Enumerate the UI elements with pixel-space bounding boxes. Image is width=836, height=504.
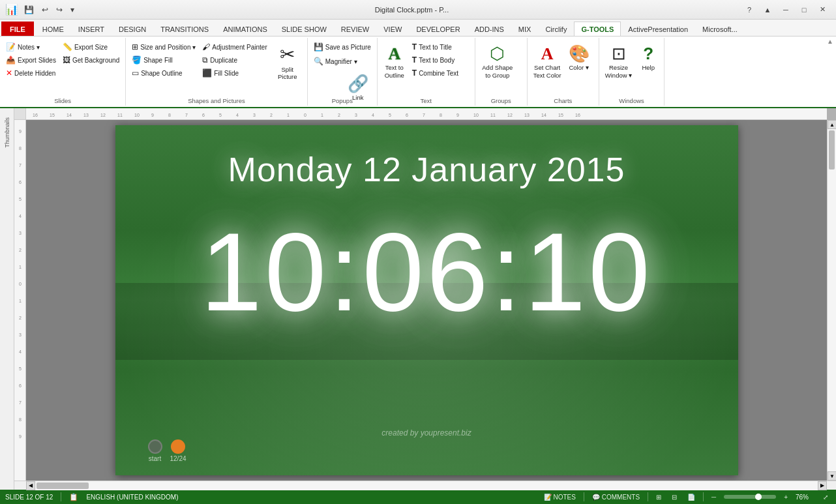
undo-btn[interactable]: ↩: [38, 3, 52, 16]
tab-circlify[interactable]: Circlify: [538, 22, 574, 36]
scroll-track[interactable]: [828, 129, 836, 471]
slide-num-control: 12/24: [170, 439, 187, 462]
tab-addins[interactable]: ADD-INS: [468, 22, 511, 36]
svg-text:13: 13: [83, 113, 89, 117]
zoom-out-button[interactable]: ─: [709, 494, 719, 501]
language-info: ENGLISH (UNITED KINGDOM): [86, 494, 178, 501]
size-position-button[interactable]: ⊞ Size and Position ▾: [128, 40, 199, 53]
set-chart-color-button[interactable]: A Set ChartText Color: [530, 40, 565, 81]
split-picture-button[interactable]: ✂ SplitPicture: [271, 40, 305, 82]
slide-credit-text: created by youpresent.biz: [115, 428, 738, 437]
svg-rect-0: [26, 108, 827, 120]
save-picture-label: Save as Picture: [325, 44, 371, 51]
tab-microsoft[interactable]: Microsoft...: [695, 22, 745, 36]
ruler-corner: [14, 108, 26, 120]
tab-developer[interactable]: DEVELOPER: [409, 22, 467, 36]
shape-fill-icon: 🪣: [132, 55, 142, 65]
tab-insert[interactable]: INSERT: [71, 22, 112, 36]
tab-design[interactable]: DESIGN: [112, 22, 153, 36]
slide-outer: 16 15 14 13 12 11 10 9 8 7 6 5 4 3 2 1 0: [14, 108, 836, 490]
scroll-left-button[interactable]: ◀: [26, 481, 35, 490]
slide-time-text: 10:06:10: [115, 216, 738, 327]
scroll-down-button[interactable]: ▼: [828, 471, 836, 481]
fit-slide-button[interactable]: ⤢: [820, 494, 831, 501]
text-to-outline-button[interactable]: A Text toOutline: [380, 40, 409, 81]
tab-gtools[interactable]: G-TOOLS: [574, 22, 621, 36]
left-ruler: 9 8 7 6 5 4 3 2 1 0 1 2 3 4 5 6 7: [14, 120, 26, 481]
zoom-in-button[interactable]: +: [781, 494, 790, 501]
slide-num-button[interactable]: [171, 439, 185, 454]
adj-painter-button[interactable]: 🖌 Adjustment Painter: [199, 40, 271, 53]
svg-text:9: 9: [456, 113, 459, 117]
shape-outline-button[interactable]: ▭ Shape Outline: [128, 67, 199, 80]
tab-review[interactable]: REVIEW: [334, 22, 376, 36]
reading-view-button[interactable]: 📄: [685, 494, 698, 501]
notes-button[interactable]: 📝 Notes ▾: [3, 40, 59, 53]
link-icon: 🔗: [348, 74, 368, 94]
fill-slide-icon: ⬛: [202, 68, 212, 78]
slide[interactable]: Monday 12 January 2015 10:06:10 created …: [115, 125, 738, 475]
delete-hidden-label: Delete Hidden: [14, 70, 55, 77]
get-background-button[interactable]: 🖼 Get Background: [59, 53, 123, 67]
start-button[interactable]: [148, 439, 162, 454]
export-slides-button[interactable]: 📤 Export Slides: [3, 53, 59, 67]
scroll-right-button[interactable]: ▶: [818, 481, 827, 490]
scroll-thumb[interactable]: [829, 130, 835, 170]
color-icon: 🎨: [569, 44, 590, 64]
combine-text-button[interactable]: T Combine Text: [409, 67, 462, 80]
tab-mix[interactable]: MIX: [511, 22, 539, 36]
shape-fill-label: Shape Fill: [143, 57, 172, 64]
ribbon-group-slides: 📝 Notes ▾ 📤 Export Slides ✕ Delete Hidde…: [0, 38, 126, 106]
status-sep-1: [61, 492, 61, 501]
delete-hidden-button[interactable]: ✕ Delete Hidden: [3, 67, 59, 80]
slide-sorter-button[interactable]: ⊟: [669, 494, 679, 501]
help-button[interactable]: ? Help: [635, 40, 661, 74]
h-scroll-thumb[interactable]: [37, 482, 89, 489]
duplicate-icon: ⧉: [202, 55, 208, 65]
collapse-ribbon-button[interactable]: ▲: [827, 38, 833, 45]
qat-more-btn[interactable]: ▾: [67, 3, 78, 16]
svg-text:14: 14: [541, 113, 546, 117]
save-as-picture-button[interactable]: 💾 Save as Picture: [310, 40, 374, 53]
comments-status-button[interactable]: 💬 COMMENTS: [590, 494, 642, 501]
resize-window-button[interactable]: ⊡ ResizeWindow ▾: [602, 40, 635, 81]
notes-status-button[interactable]: 📝 NOTES: [541, 494, 578, 501]
windows-group-label: Windows: [599, 97, 664, 104]
tab-activepresentation[interactable]: ActivePresentation: [621, 22, 695, 36]
tab-view[interactable]: VIEW: [376, 22, 409, 36]
normal-view-button[interactable]: ⊞: [653, 494, 664, 501]
svg-text:13: 13: [524, 113, 530, 117]
status-sep-4: [703, 492, 704, 501]
magnifier-button[interactable]: 🔍 Magnifier ▾: [310, 55, 361, 68]
text-body-label: Text to Body: [419, 57, 455, 64]
shape-fill-button[interactable]: 🪣 Shape Fill: [128, 53, 199, 67]
tab-file[interactable]: FILE: [1, 22, 34, 36]
tab-home[interactable]: HOME: [35, 22, 71, 36]
top-ruler: 16 15 14 13 12 11 10 9 8 7 6 5 4 3 2 1 0: [26, 108, 827, 120]
fill-slide-button[interactable]: ⬛ Fill Slide: [199, 67, 271, 80]
tab-animations[interactable]: ANIMATIONS: [216, 22, 275, 36]
add-shape-group-button[interactable]: ⬡ Add Shapeto Group: [478, 40, 517, 81]
color-button[interactable]: 🎨 Color ▾: [565, 40, 593, 74]
scroll-up-button[interactable]: ▲: [828, 120, 836, 129]
text-title-icon: T: [412, 42, 417, 52]
save-btn[interactable]: 💾: [21, 3, 37, 16]
zoom-slider[interactable]: [724, 495, 776, 499]
close-icon[interactable]: ✕: [814, 3, 831, 16]
tab-transitions[interactable]: TRANSITIONS: [153, 22, 216, 36]
redo-btn[interactable]: ↪: [53, 3, 66, 16]
minimize-icon[interactable]: ─: [777, 3, 794, 16]
ribbon-toggle-icon[interactable]: ▲: [759, 3, 776, 16]
text-to-body-button[interactable]: T Text to Body: [409, 53, 462, 67]
maximize-icon[interactable]: □: [796, 3, 813, 16]
tab-slideshow[interactable]: SLIDE SHOW: [275, 22, 334, 36]
duplicate-button[interactable]: ⧉ Duplicate: [199, 53, 271, 67]
export-size-button[interactable]: 📏 Export Size: [59, 40, 123, 53]
text-outline-label: Text toOutline: [385, 64, 404, 79]
zoom-handle[interactable]: [755, 494, 762, 500]
split-picture-label: SplitPicture: [278, 66, 297, 81]
h-scroll-track[interactable]: [35, 481, 818, 490]
text-to-title-button[interactable]: T Text to Title: [409, 40, 462, 53]
ribbon-group-text: A Text toOutline T Text to Title T Text …: [378, 38, 475, 106]
help-icon[interactable]: ?: [741, 3, 758, 16]
